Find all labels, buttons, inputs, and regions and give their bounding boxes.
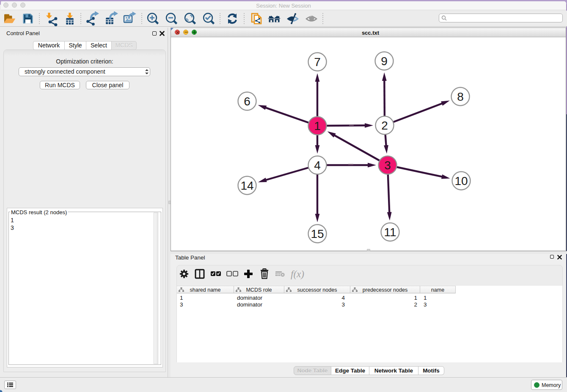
- svg-text:6: 6: [244, 95, 250, 108]
- svg-text:8: 8: [457, 90, 464, 103]
- svg-text:4: 4: [314, 159, 321, 172]
- svg-text:7: 7: [314, 55, 321, 69]
- svg-text:11: 11: [384, 226, 396, 239]
- svg-text:15: 15: [311, 227, 324, 240]
- svg-text:3: 3: [384, 159, 391, 172]
- svg-text:9: 9: [381, 55, 388, 68]
- svg-text:14: 14: [240, 179, 253, 192]
- svg-text:1: 1: [314, 119, 321, 133]
- svg-text:f(x): f(x): [291, 269, 304, 279]
- svg-text:10: 10: [454, 174, 468, 188]
- svg-text:2: 2: [381, 119, 388, 132]
